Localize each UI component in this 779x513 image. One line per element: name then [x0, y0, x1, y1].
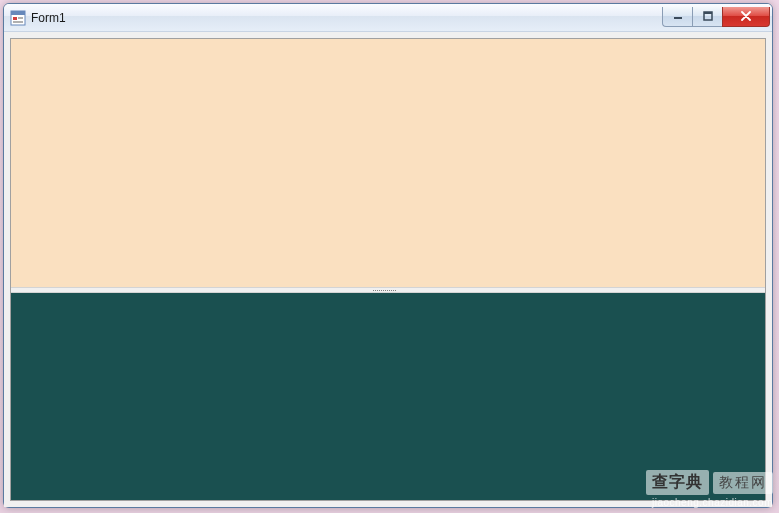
app-icon: [10, 10, 26, 26]
client-area: [4, 32, 772, 507]
svg-rect-2: [13, 17, 17, 20]
minimize-button[interactable]: [662, 7, 692, 27]
titlebar[interactable]: Form1: [4, 4, 772, 32]
svg-rect-7: [704, 12, 712, 14]
window-title: Form1: [31, 10, 662, 26]
splitter-grip-icon: [373, 289, 403, 292]
panel-top: [11, 39, 765, 287]
panel-bottom: [11, 293, 765, 500]
svg-rect-1: [11, 11, 25, 15]
svg-rect-3: [18, 17, 23, 19]
window-controls: [662, 7, 770, 27]
maximize-button[interactable]: [692, 7, 722, 27]
split-container: [10, 38, 766, 501]
application-window: Form1: [3, 3, 773, 508]
svg-rect-5: [674, 17, 682, 19]
svg-rect-4: [13, 21, 23, 23]
close-button[interactable]: [722, 7, 770, 27]
